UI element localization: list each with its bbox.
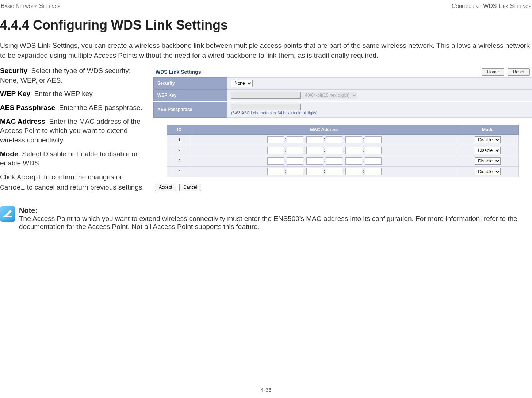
- wep-input[interactable]: [231, 92, 301, 99]
- mac-id-3: 3: [167, 156, 192, 167]
- mac-octet[interactable]: [287, 147, 303, 154]
- def-click: Click Accept to confirm the changes or C…: [0, 172, 146, 192]
- def-mac: MAC Address Enter the MAC address of the…: [0, 117, 146, 145]
- intro-paragraph: Using WDS Link Settings, you can create …: [0, 41, 532, 60]
- row-aes: AES Passphrase (8-63 ASCII characters or…: [153, 102, 532, 118]
- def-mode-term: Mode: [0, 150, 18, 158]
- mac-octet[interactable]: [326, 136, 342, 143]
- def-mode-text: Select Disable or Enable to disable or e…: [0, 150, 138, 167]
- mac-cells-4: :::::: [192, 167, 457, 177]
- mac-octet[interactable]: [306, 147, 323, 154]
- mode-select-1[interactable]: Disable: [475, 136, 501, 143]
- def-mode: Mode Select Disable or Enable to disable…: [0, 149, 146, 168]
- click-cancel: Cancel: [0, 184, 25, 192]
- pencil-note-icon: [0, 206, 15, 222]
- screenshot-panel: WDS Link Settings Home Reset Security No…: [153, 67, 532, 198]
- mac-cells-2: :::::: [192, 145, 457, 156]
- page-header: Basic Network Settings Configuring WDS L…: [0, 0, 532, 11]
- mode-select-4[interactable]: Disable: [475, 168, 501, 175]
- mac-cells-3: :::::: [192, 156, 457, 167]
- reset-button[interactable]: Reset: [508, 68, 530, 76]
- mac-octet[interactable]: [345, 157, 362, 165]
- panel-title: WDS Link Settings: [156, 69, 201, 75]
- security-select[interactable]: None: [231, 80, 253, 87]
- mac-id-2: 2: [167, 145, 192, 156]
- mac-octet[interactable]: [326, 157, 342, 165]
- definitions-column: Security Select the type of WDS security…: [0, 66, 146, 198]
- def-security: Security Select the type of WDS security…: [0, 66, 146, 85]
- page-number: 4-36: [260, 387, 271, 393]
- section-number: 4.4.4: [0, 18, 29, 32]
- action-buttons: Accept Cancel: [155, 184, 531, 191]
- th-id: ID: [167, 125, 192, 135]
- cancel-button[interactable]: Cancel: [179, 184, 201, 191]
- mac-address-table: ID MAC Address Mode 1 ::::: Disable 2 ::…: [167, 125, 518, 177]
- mac-row-2: 2 ::::: Disable: [167, 145, 518, 156]
- click-accept: Accept: [17, 173, 42, 181]
- mac-octet[interactable]: [267, 157, 284, 165]
- def-wep: WEP Key Enter the WEP key.: [0, 89, 146, 99]
- home-button[interactable]: Home: [482, 68, 504, 76]
- mac-octet[interactable]: [306, 157, 323, 165]
- note-block: Note: The Access Point to which you want…: [0, 206, 532, 231]
- mac-octet[interactable]: [365, 136, 382, 143]
- def-wep-term: WEP Key: [0, 90, 30, 97]
- wep-hint-select[interactable]: 40/64-bit(10 hex digits): [302, 92, 357, 99]
- mode-select-2[interactable]: Disable: [475, 147, 501, 154]
- def-aes-term: AES Passphrase: [0, 104, 55, 111]
- mac-row-4: 4 ::::: Disable: [167, 167, 518, 177]
- accept-button[interactable]: Accept: [155, 184, 176, 191]
- def-aes: AES Passphrase Enter the AES passphrase.: [0, 103, 146, 112]
- label-wep: WEP Key: [153, 89, 227, 101]
- mac-octet[interactable]: [267, 136, 284, 143]
- settings-form-table: Security None WEP Key 40/64-bit(10 hex d…: [153, 77, 532, 118]
- mac-octet[interactable]: [326, 147, 342, 154]
- label-security: Security: [153, 77, 227, 89]
- section-heading: 4.4.4 Configuring WDS Link Settings: [0, 18, 532, 33]
- mac-cells-1: :::::: [192, 135, 457, 145]
- click-pre: Click: [0, 173, 17, 181]
- mac-octet[interactable]: [267, 168, 284, 175]
- def-aes-text: Enter the AES passphrase.: [59, 104, 142, 111]
- mac-octet[interactable]: [365, 147, 382, 154]
- header-right: Configuring WDS Link Settings: [452, 3, 531, 9]
- note-body: Note: The Access Point to which you want…: [19, 206, 532, 231]
- aes-input[interactable]: [231, 104, 301, 110]
- def-mac-term: MAC Address: [0, 118, 45, 125]
- mac-octet[interactable]: [267, 147, 284, 154]
- mac-octet[interactable]: [345, 147, 362, 154]
- def-security-term: Security: [0, 67, 27, 74]
- row-security: Security None: [153, 77, 532, 89]
- note-title: Note:: [19, 206, 532, 215]
- def-wep-text: Enter the WEP key.: [34, 90, 94, 97]
- mac-octet[interactable]: [306, 136, 323, 143]
- panel-header: WDS Link Settings Home Reset: [153, 67, 532, 77]
- mac-octet[interactable]: [345, 136, 362, 143]
- th-mode: Mode: [457, 125, 518, 135]
- mac-octet[interactable]: [287, 168, 303, 175]
- header-left: Basic Network Settings: [1, 3, 60, 9]
- mac-octet[interactable]: [345, 168, 362, 175]
- section-title-text: Configuring WDS Link Settings: [33, 18, 228, 32]
- mac-octet[interactable]: [287, 136, 303, 143]
- mac-octet[interactable]: [326, 168, 342, 175]
- row-wep: WEP Key 40/64-bit(10 hex digits): [153, 89, 532, 101]
- mac-id-4: 4: [167, 167, 192, 177]
- label-aes: AES Passphrase: [153, 102, 227, 118]
- mac-octet[interactable]: [306, 168, 323, 175]
- note-text: The Access Point to which you want to ex…: [19, 215, 532, 231]
- click-post: to cancel and return previous settings.: [25, 183, 144, 191]
- mac-row-3: 3 ::::: Disable: [167, 156, 518, 167]
- mac-row-1: 1 ::::: Disable: [167, 135, 518, 145]
- mac-octet[interactable]: [287, 157, 303, 165]
- mode-select-3[interactable]: Disable: [475, 157, 501, 165]
- mac-octet[interactable]: [365, 168, 382, 175]
- aes-hint: (8-63 ASCII characters or 64 hexadecimal…: [231, 111, 318, 115]
- th-mac: MAC Address: [192, 125, 457, 135]
- mac-id-1: 1: [167, 135, 192, 145]
- click-mid: to confirm the changes or: [42, 173, 122, 181]
- mac-octet[interactable]: [365, 157, 382, 165]
